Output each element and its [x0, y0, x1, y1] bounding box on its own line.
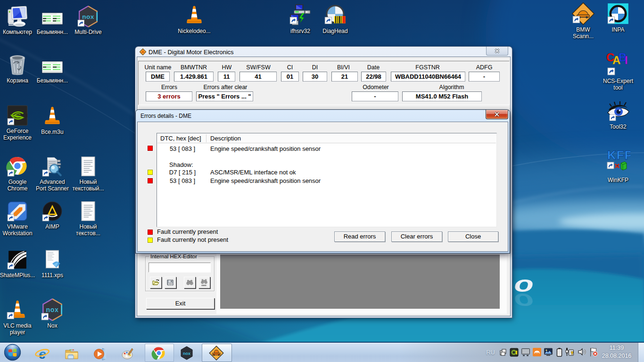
svg-text:KFP: KFP: [607, 148, 630, 162]
svg-text:nox: nox: [183, 351, 190, 356]
svg-text:I: I: [625, 54, 628, 66]
svg-text:o: o: [514, 289, 534, 314]
